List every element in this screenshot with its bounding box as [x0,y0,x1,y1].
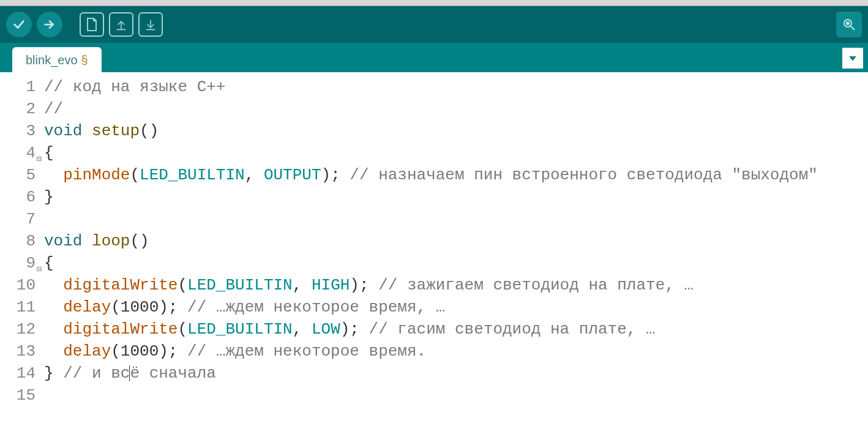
code-line[interactable]: // код на языке C++ [44,76,818,98]
code-token: // гасим светодиод на плате, … [369,320,656,338]
line-number: 12 [0,318,36,340]
code-token: } [44,188,54,206]
line-number: 15 [0,384,36,406]
code-token: , [293,276,312,294]
code-line[interactable]: void setup() [44,120,818,142]
code-token: 1000 [121,342,159,360]
fold-toggle-icon[interactable]: ⊟ [37,258,42,280]
code-line[interactable]: void loop() [44,230,818,252]
tab-modified-marker: § [81,53,88,67]
code-line[interactable] [44,384,818,406]
code-token [44,166,63,184]
line-number: 5 [0,164,36,186]
code-token: // …ждем некоторое время, … [187,298,445,316]
tab-title: blink_evo [26,53,78,67]
line-number: 1 [0,76,36,98]
code-token: OUTPUT [264,166,321,184]
code-token: pinMode [63,166,130,184]
code-token: // …ждем некоторое время. [187,342,426,360]
code-token: ё сначала [130,364,215,383]
code-token: ); [350,276,378,294]
code-token: , [245,166,264,184]
code-token [44,342,63,360]
code-token [82,122,92,140]
svg-marker-8 [849,56,856,61]
code-line[interactable]: delay(1000); // …ждем некоторое время, … [44,296,818,318]
code-line[interactable]: delay(1000); // …ждем некоторое время. [44,340,818,362]
code-token [44,276,63,294]
code-token: digitalWrite [63,276,178,294]
code-token: ); [159,342,187,360]
code-token: LED_BUILTIN [187,276,293,294]
code-token: ( [178,320,187,338]
code-token: () [140,122,159,140]
code-token: 1000 [121,298,159,316]
line-number: 11 [0,296,36,318]
line-number: 4⊟ [0,142,36,164]
code-line[interactable]: pinMode(LED_BUILTIN, OUTPUT); // назнача… [44,164,818,186]
code-token: () [130,232,149,250]
code-editor[interactable]: 1234⊟56789⊟101112131415 // код на языке … [0,72,868,406]
arrow-up-icon [115,18,127,31]
code-line[interactable]: { [44,252,818,274]
arrow-down-icon [144,18,157,31]
code-line[interactable] [44,208,818,230]
code-token: loop [92,232,130,250]
chevron-down-icon [847,53,858,64]
svg-point-7 [847,22,849,24]
window-titlebar [0,0,868,6]
code-line[interactable]: digitalWrite(LED_BUILTIN, HIGH); // зажи… [44,274,818,296]
code-token: ( [178,276,187,294]
code-token: ); [159,298,187,316]
line-number: 7 [0,208,36,230]
code-line[interactable]: } // и всё сначала [44,362,818,384]
upload-button[interactable] [37,12,62,37]
line-number-gutter: 1234⊟56789⊟101112131415 [0,76,39,406]
serial-monitor-button[interactable] [836,12,862,37]
code-token: void [44,232,82,250]
line-number: 14 [0,362,36,384]
code-token: } [44,364,63,383]
code-token [44,298,63,316]
code-token: delay [63,298,111,316]
line-number: 9⊟ [0,252,36,274]
line-number: 2 [0,98,36,120]
line-number: 8 [0,230,36,252]
code-token: , [293,320,312,338]
code-line[interactable]: } [44,186,818,208]
sketch-tab[interactable]: blink_evo § [12,47,102,72]
code-token: HIGH [312,276,350,294]
code-token [82,232,92,250]
code-token: ); [340,320,369,338]
save-sketch-button[interactable] [138,12,163,37]
fold-toggle-icon[interactable]: ⊟ [37,148,42,170]
line-number: 3 [0,120,36,142]
file-icon [86,17,98,32]
code-line[interactable]: // [44,98,818,120]
new-sketch-button[interactable] [80,12,104,37]
code-token: LOW [312,320,340,338]
code-area[interactable]: // код на языке C++//void setup(){ pinMo… [39,76,818,406]
code-token: setup [92,122,140,140]
svg-line-6 [851,26,855,30]
check-icon [12,18,26,31]
line-number: 6 [0,186,36,208]
code-token: void [44,122,82,140]
code-token: ( [111,298,121,316]
arrow-right-icon [43,18,56,31]
code-token: // код на языке C++ [44,78,225,96]
code-token: // [44,100,63,118]
open-sketch-button[interactable] [109,12,133,37]
code-line[interactable]: digitalWrite(LED_BUILTIN, LOW); // гасим… [44,318,818,340]
tab-bar: blink_evo § [0,43,868,72]
tab-menu-button[interactable] [842,48,863,69]
code-token: // и вс [63,364,130,383]
verify-button[interactable] [6,12,32,37]
code-token: { [44,144,54,162]
code-token: // зажигаем светодиод на плате, … [378,276,694,294]
serial-monitor-icon [842,17,856,32]
code-token: LED_BUILTIN [187,320,293,338]
code-line[interactable]: { [44,142,818,164]
code-token: ( [130,166,140,184]
code-token: digitalWrite [63,320,178,338]
